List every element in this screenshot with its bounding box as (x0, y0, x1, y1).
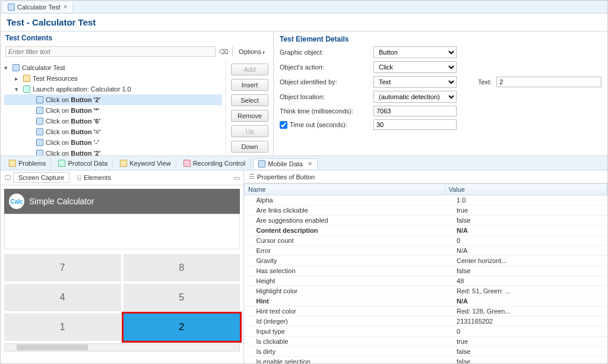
add-button[interactable]: Add (231, 64, 268, 75)
filter-input[interactable] (5, 46, 216, 57)
identified-by-select[interactable]: Text (373, 76, 457, 88)
calc-key-5[interactable]: 5 (124, 284, 240, 311)
property-row[interactable]: Highlight colorRed: 51, Green: ... (245, 286, 607, 296)
tree-step-item[interactable]: Click on Button '=' (4, 126, 222, 137)
close-icon[interactable]: ✕ (308, 160, 312, 167)
step-icon (36, 139, 43, 146)
properties-table[interactable]: Name Value Alpha1.0Are links clickabletr… (244, 183, 607, 363)
property-row[interactable]: Height48 (245, 276, 607, 286)
property-row[interactable]: Alpha1.0 (245, 195, 607, 205)
app-title: Simple Calculator (29, 197, 94, 206)
think-time-label: Think time (milliseconds): (280, 107, 369, 115)
app-logo: Calc (9, 194, 24, 209)
property-row[interactable]: Are links clickabletrue (245, 205, 607, 216)
maximize-icon[interactable]: ▭ (234, 174, 240, 182)
location-select[interactable]: (automatic detection) (373, 91, 457, 103)
think-time-input[interactable] (373, 106, 457, 116)
property-row[interactable]: Content descriptionN/A (245, 226, 607, 236)
property-row[interactable]: Cursor count0 (245, 236, 607, 246)
mobile-icon (258, 160, 265, 167)
select-button[interactable]: Select (231, 94, 268, 106)
property-row[interactable]: Is dirtyfalse (245, 347, 607, 357)
property-row[interactable]: Is enable selectionfalse (245, 357, 607, 364)
timeout-checkbox[interactable] (280, 121, 287, 129)
tree-step-item[interactable]: Click on Button '*' (4, 105, 222, 116)
calc-key-8[interactable]: 8 (124, 254, 240, 281)
insert-button[interactable]: Insert (231, 79, 268, 91)
step-icon (36, 96, 43, 103)
calc-key-4[interactable]: 4 (4, 284, 121, 311)
object-action-select[interactable]: Click (373, 61, 457, 73)
folder-icon (23, 75, 30, 82)
location-label: Object location: (280, 93, 369, 100)
text-label: Text: (478, 78, 492, 86)
property-row[interactable]: Id (integer)2131165202 (245, 316, 607, 327)
clear-filter-icon[interactable]: ⌫ (218, 46, 230, 58)
tab-elements[interactable]: ⌸ Elements (72, 172, 116, 183)
timeout-label: Time out (seconds): (290, 121, 347, 128)
property-row[interactable]: Has selectionfalse (245, 266, 607, 276)
launch-icon (23, 86, 30, 93)
col-value[interactable]: Value (445, 184, 607, 195)
property-row[interactable]: Input type0 (245, 327, 607, 337)
calc-key-2[interactable]: 2 (124, 314, 240, 341)
timeout-input[interactable] (373, 119, 457, 130)
text-input[interactable] (496, 77, 601, 87)
col-name[interactable]: Name (245, 184, 445, 195)
test-contents-buttons: Add Insert Select Remove Up Down (226, 60, 273, 156)
property-row[interactable]: Are suggestions enabledfalse (245, 216, 607, 226)
tab-protocol-data[interactable]: Protocol Data (53, 159, 113, 168)
elements-hierarchy-icon: ⌸ (77, 174, 81, 181)
property-row[interactable]: ErrorN/A (245, 246, 607, 256)
graphic-object-label: Graphic object: (280, 49, 369, 56)
property-row[interactable]: HintN/A (245, 296, 607, 306)
chevron-down-icon[interactable]: ▾ (4, 62, 10, 73)
tree-step-item[interactable]: Click on Button '2' (4, 148, 222, 156)
editor-tab-calculator-test[interactable]: Calculator Test ✕ (3, 2, 73, 12)
tree-resources-item[interactable]: ▸ Test Resources (4, 73, 222, 84)
tree-step-item[interactable]: Click on Button '2' (4, 94, 222, 105)
test-element-details-panel: Test Element Details Graphic object: But… (274, 31, 607, 156)
problems-icon (9, 160, 16, 167)
tree-root-item[interactable]: ▾ Calculator Test (4, 62, 222, 73)
calculator-display (4, 214, 240, 249)
chevron-down-icon[interactable]: ▾ (15, 84, 21, 94)
calc-key-7[interactable]: 7 (4, 254, 121, 281)
up-button[interactable]: Up (231, 125, 268, 137)
property-row[interactable]: Is clickabletrue (245, 337, 607, 347)
details-header: Test Element Details (280, 35, 601, 43)
tab-screen-capture[interactable]: Screen Capture (13, 172, 69, 183)
chevron-right-icon[interactable]: ▸ (15, 73, 21, 84)
properties-panel: ☰ Properties of Button Name Value Alpha1… (244, 170, 607, 363)
editor-tabstrip: Calculator Test ✕ (1, 1, 607, 14)
test-icon (8, 4, 15, 11)
options-dropdown[interactable]: Options (235, 47, 268, 56)
page-title: Test - Calculator Test (1, 14, 607, 31)
tab-recording-control[interactable]: Recording Control (179, 159, 251, 168)
tab-mobile-data[interactable]: Mobile Data✕ (253, 159, 318, 169)
close-icon[interactable]: ✕ (63, 4, 68, 10)
protocol-icon (58, 160, 65, 167)
test-icon (12, 64, 20, 71)
graphic-object-select[interactable]: Button (373, 46, 457, 58)
tree-launch-item[interactable]: ▾ Launch application: Calculator 1.0 (4, 84, 222, 94)
tab-problems[interactable]: Problems (4, 159, 51, 168)
calc-key-1[interactable]: 1 (4, 314, 121, 341)
recording-icon (183, 160, 191, 167)
screen-capture-panel: 🖵 Screen Capture ⌸ Elements ▭ Calc Simpl… (1, 170, 244, 363)
down-button[interactable]: Down (231, 141, 268, 153)
bottom-view-tabstrip: Problems Protocol Data Keyword View Reco… (1, 156, 607, 170)
property-row[interactable]: Hint text colorRed: 128, Green... (245, 306, 607, 316)
test-steps-tree[interactable]: ▾ Calculator Test ▸ Test Resources ▾ Lau… (1, 60, 226, 156)
identified-by-label: Object identified by: (280, 78, 369, 86)
step-icon (36, 128, 43, 135)
remove-button[interactable]: Remove (231, 110, 268, 122)
step-icon (36, 150, 43, 156)
tree-step-item[interactable]: Click on Button '-' (4, 137, 222, 148)
tree-step-item[interactable]: Click on Button '6' (4, 116, 222, 126)
property-row[interactable]: GravityCenter horizont... (245, 256, 607, 266)
tab-keyword-view[interactable]: Keyword View (115, 159, 176, 168)
keyword-icon (120, 160, 127, 167)
horizontal-scrollbar[interactable] (4, 343, 240, 352)
calculator-keypad: 784512 (4, 249, 240, 341)
